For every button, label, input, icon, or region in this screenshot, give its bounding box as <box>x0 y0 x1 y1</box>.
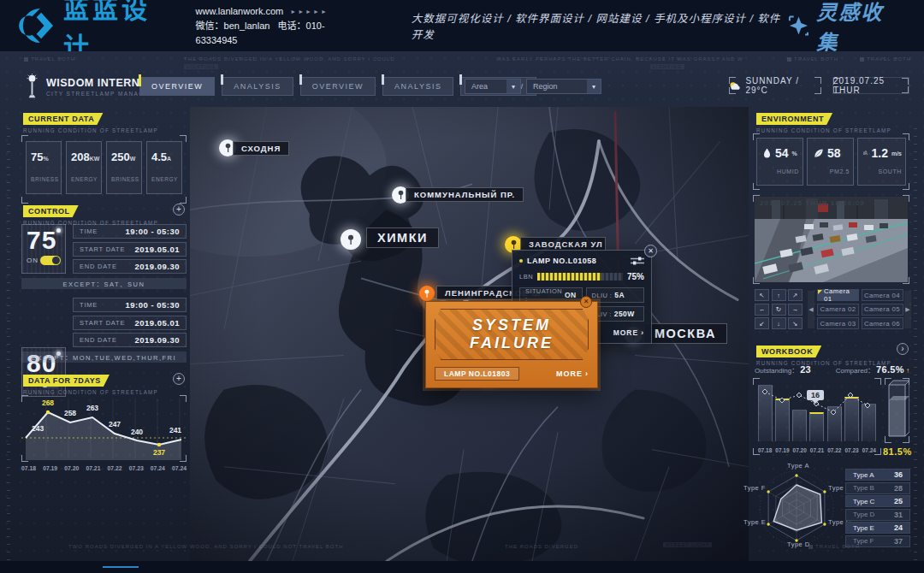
lamp-pin-icon <box>346 234 355 245</box>
date-text: 2019.07.25 THUR <box>833 76 909 95</box>
weather-chip: SUNNDAY / 29°C <box>729 77 821 94</box>
stat-briness-w: 250W BRINESS <box>106 141 142 194</box>
date-chip: 2019.07.25 THUR <box>832 77 909 94</box>
control-group2-rows: TIME19:00 - 05:30 START DATE2019.05.01 E… <box>73 298 187 351</box>
map-label-kommunalny[interactable]: КОММУНАЛЬНЫЙ ПР. <box>406 187 524 202</box>
system-failure-popup: ✕ SYSTEM FAILURE LAMP NO.L01803 MORE› <box>425 301 598 388</box>
workbook-next-button[interactable]: › <box>897 343 909 355</box>
camera-01-button[interactable]: Camera 01 <box>817 289 859 301</box>
week-add-button[interactable]: + <box>173 373 185 385</box>
camera-04-button[interactable]: Camera 04 <box>862 289 903 301</box>
type-b-row[interactable]: Type B28 <box>845 482 910 494</box>
type-c-row[interactable]: Type C25 <box>845 495 910 507</box>
collect-button[interactable]: 灵感收集 <box>788 0 902 56</box>
control-group1-except: EXCEPT：SAT、SUN <box>21 278 187 289</box>
compared-stat: Compared：76.5% ↑ <box>836 364 909 375</box>
star-collect-icon <box>788 15 809 37</box>
dashboard: TRAVEL BOTH THE ROADS DIVERGED IN A YELL… <box>0 51 924 561</box>
workbook-3d-gauge <box>885 378 909 443</box>
map-pin-leningradskoe[interactable] <box>419 286 435 301</box>
map-label-moskva[interactable]: МОСКВА <box>643 323 727 344</box>
end-date-row[interactable]: END DATE2019.09.30 <box>73 259 187 274</box>
week-value: 240 <box>131 428 143 436</box>
workbook-panel-header: WORKBOOK RUNNING CONDITION OF STREETLAMP <box>756 342 891 366</box>
camera-02-button[interactable]: Camera 02 <box>817 304 859 316</box>
camera-next-button[interactable]: ▶ <box>904 291 911 328</box>
pan-up-left-button[interactable]: ↖ <box>755 289 769 301</box>
chevron-right-icon: › <box>641 328 644 337</box>
failure-footer: LAMP NO.L01803 MORE› <box>435 367 589 381</box>
map-label-khimki[interactable]: ХИМКИ <box>366 227 439 248</box>
camera-feed[interactable]: 2019.07.25 THUR 18:26:09 <box>753 195 909 284</box>
pan-down-button[interactable]: ↓ <box>772 317 786 329</box>
current-data-panel-header: CURRENT DATA RUNNING CONDITION OF STREET… <box>23 109 158 133</box>
sliders-icon[interactable] <box>631 257 644 265</box>
type-a-row[interactable]: Type A36 <box>845 469 910 481</box>
week-value-min: 237 <box>153 448 165 457</box>
decor-top-check1: TRAVEL BOTH <box>787 56 838 62</box>
failure-more-button[interactable]: MORE› <box>556 369 589 378</box>
failure-lamp-id: LAMP NO.L01803 <box>435 367 519 381</box>
time-row[interactable]: TIME19:00 - 05:30 <box>73 298 187 312</box>
region-select[interactable]: Region▾ <box>526 79 601 94</box>
type-e-row[interactable]: Type E24 <box>845 522 910 534</box>
workbook-gauge-value: 81.5% <box>883 446 912 457</box>
close-icon[interactable]: ✕ <box>580 296 592 308</box>
workbook-x-axis: 07.1807.1907.20 07.2107.2207.23 07.24 <box>758 447 876 453</box>
workbook-title: WORKBOOK <box>756 346 821 357</box>
camera-prev-button[interactable]: ◀ <box>808 291 814 328</box>
end-date-row[interactable]: END DATE2019.09.30 <box>73 333 187 347</box>
time-row[interactable]: TIME19:00 - 05:30 <box>73 224 187 239</box>
chevron-down-icon: ▾ <box>506 80 520 93</box>
current-data-cards: 75% BRINESS 208KW ENERGY 250W BRINESS 4.… <box>21 135 187 204</box>
lighting-tag2: LIGHTING <box>650 64 684 69</box>
lbn-progress-row: LBN 75% <box>519 272 644 281</box>
pan-up-button[interactable]: ↑ <box>772 289 786 301</box>
radar-chart: Type A Type B Type C Type D Type E Type … <box>748 464 846 556</box>
radar-axis-a: Type A <box>787 462 809 470</box>
start-date-row[interactable]: START DATE2019.05.01 <box>73 316 187 330</box>
start-date-row[interactable]: START DATE2019.05.01 <box>73 242 187 257</box>
map-pin-khimki[interactable] <box>341 229 361 250</box>
week-chart: 243 268 258 263 247 240 237 241 <box>21 395 187 462</box>
camera-05-button[interactable]: Camera 05 <box>862 304 903 316</box>
tab-analysis-2[interactable]: ANALYSIS <box>382 77 453 96</box>
decor-bottom2: THE ROADS DIVERGED <box>505 544 578 549</box>
area-select[interactable]: Area▾ <box>465 79 521 94</box>
collect-label: 灵感收集 <box>816 0 902 56</box>
reset-view-button[interactable]: ↻ <box>772 304 786 316</box>
pan-left-button[interactable]: ← <box>755 304 769 316</box>
week-x-axis: 07.1807.1907.20 07.2107.2207.23 07.2407.… <box>21 465 187 471</box>
week-title: DATA FOR 7DAYS <box>23 375 110 387</box>
control-add-button[interactable]: + <box>173 204 185 216</box>
decor-top-text1: THE ROADS DIVERGED IN A YELLOW WOOD, AND… <box>184 56 395 62</box>
control-group1-toggle[interactable] <box>40 256 61 265</box>
type-d-row[interactable]: Type D31 <box>845 509 910 521</box>
tab-overview-1[interactable]: OVERVIEW <box>139 77 215 96</box>
week-value: 243 <box>32 424 44 433</box>
stat-energy-kw: 208KW ENERGY <box>66 141 102 194</box>
decor-top-text2: WAS EARLY PERHAPS THE BETTER CHAIN, BECA… <box>496 56 743 62</box>
outstanding-stat: Outstanding：23 <box>755 364 811 375</box>
chevron-down-icon: ▾ <box>587 80 601 93</box>
arrows-decor: ►►►►► <box>290 4 329 19</box>
sun-cloud-icon <box>729 81 740 91</box>
weather-text: SUNNDAY / 29°C <box>745 76 821 95</box>
pan-up-right-button[interactable]: ↗ <box>788 289 803 301</box>
map-label-skhodnya[interactable]: СХОДНЯ <box>233 141 289 156</box>
tab-analysis-1[interactable]: ANALYSIS <box>222 77 293 96</box>
stat-briness: 75% BRINESS <box>26 141 62 194</box>
week-value: 247 <box>109 420 121 428</box>
tab-overview-2[interactable]: OVERVIEW <box>300 77 376 96</box>
left-edge-ruler <box>7 128 10 573</box>
camera-06-button[interactable]: Camera 06 <box>862 317 903 329</box>
banner-url[interactable]: www.lanlanwork.com <box>196 4 284 19</box>
camera-03-button[interactable]: Camera 03 <box>817 317 859 329</box>
pan-right-button[interactable]: → <box>788 304 803 316</box>
pan-down-left-button[interactable]: ↙ <box>755 317 769 329</box>
lanlan-logo-icon <box>19 6 56 45</box>
pan-down-right-button[interactable]: ↘ <box>788 317 803 329</box>
close-icon[interactable]: ✕ <box>644 245 657 257</box>
decor-top-check2: TRAVEL BOTH <box>860 56 911 62</box>
banner-services: 大数据可视化设计 / 软件界面设计 / 网站建设 / 手机及小程序设计 / 软件… <box>412 9 789 42</box>
